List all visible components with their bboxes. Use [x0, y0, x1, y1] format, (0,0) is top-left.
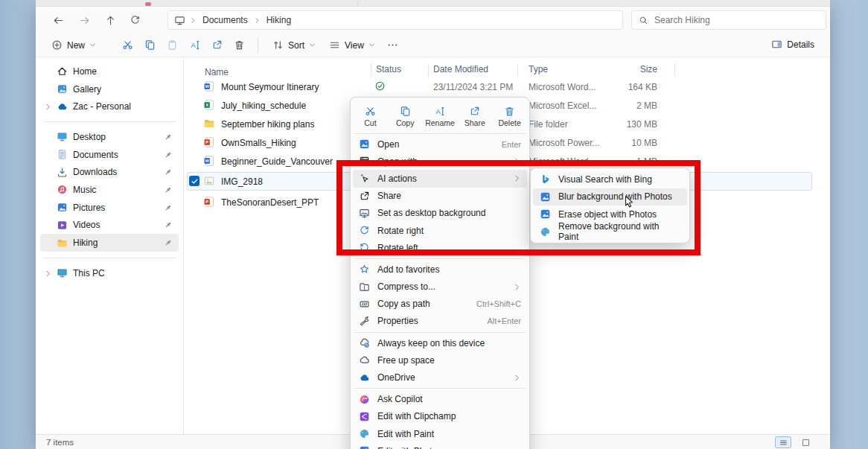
rename-button[interactable]: A [185, 36, 204, 55]
folder-icon [57, 238, 68, 249]
paste-button[interactable] [162, 36, 182, 55]
menu-item-set-as-desktop-background[interactable]: Set as desktop background [353, 205, 527, 222]
search-box[interactable] [631, 10, 826, 30]
view-button[interactable]: View [324, 36, 380, 54]
column-header-type[interactable]: Type [529, 64, 548, 74]
menu-item-onedrive[interactable]: OneDrive [353, 369, 527, 386]
file-name: Beginner_Guide_Vancouver [221, 156, 333, 167]
sidebar-item-documents[interactable]: Documents [40, 146, 179, 164]
quick-action-share[interactable]: Share [457, 104, 492, 127]
sidebar-item-pictures[interactable]: Pictures [40, 199, 179, 217]
tab-separator [357, 1, 358, 6]
quick-action-copy[interactable]: Copy [388, 104, 423, 127]
new-button[interactable]: New [46, 36, 101, 54]
sidebar-item-home[interactable]: Home [40, 63, 179, 80]
sidebar: HomeGalleryZac - PersonalDesktopDocument… [36, 63, 183, 282]
back-button[interactable] [51, 13, 66, 28]
file-type: Microsoft Power... [529, 138, 599, 148]
menu-item-ask-copilot[interactable]: Ask Copilot [353, 391, 527, 408]
column-separator[interactable] [674, 64, 675, 77]
trash-icon [504, 106, 515, 117]
file-name: July_hiking_schedule [221, 101, 306, 111]
arrow-right-icon [79, 15, 90, 26]
items-count: 7 items [46, 438, 74, 447]
column-separator[interactable] [517, 64, 518, 77]
up-button[interactable] [103, 13, 118, 28]
column-header-date[interactable]: Date Modified [433, 64, 488, 74]
address-bar[interactable]: Documents Hiking [167, 10, 623, 30]
quick-actions-row: CutCopyARenameShareDelete [353, 100, 527, 131]
sort-button[interactable]: Sort [267, 36, 321, 54]
menu-item-label: Open with [377, 156, 418, 167]
breadcrumb-hiking[interactable]: Hiking [265, 15, 293, 25]
pictures-icon [57, 202, 68, 213]
menu-item-rotate-left[interactable]: Rotate left [353, 239, 527, 256]
row-checkbox[interactable] [189, 176, 200, 186]
submenu-item-remove-background-with-paint[interactable]: Remove background with Paint [533, 223, 687, 241]
column-header-size[interactable]: Size [619, 64, 657, 74]
menu-shortcut: Enter [502, 140, 521, 149]
sidebar-item-videos[interactable]: Videos [40, 217, 179, 235]
shareoutline-icon [359, 191, 370, 202]
refresh-button[interactable] [127, 13, 142, 28]
menu-separator [354, 258, 526, 259]
submenu-item-visual-search-with-bing[interactable]: Visual Search with Bing [533, 171, 687, 188]
submenu-item-erase-object-with-photos[interactable]: Erase object with Photos [533, 206, 687, 223]
quick-action-rename[interactable]: ARename [423, 104, 458, 127]
sidebar-item-desktop[interactable]: Desktop [40, 128, 179, 146]
column-separator[interactable] [371, 64, 371, 77]
submenu-item-blur-background-with-photos[interactable]: Blur background with Photos [533, 188, 687, 206]
sidebar-item-label: Videos [73, 220, 100, 230]
list-view-toggle[interactable] [775, 436, 791, 448]
thumbnail-view-toggle[interactable] [797, 436, 814, 448]
menu-item-always-keep-on-this-device[interactable]: Always keep on this device [353, 334, 527, 351]
sidebar-item-gallery[interactable]: Gallery [40, 80, 179, 98]
search-input[interactable] [654, 15, 819, 25]
download-icon [57, 167, 68, 178]
quick-action-cut[interactable]: Cut [353, 104, 388, 127]
sidebar-item-zac-personal[interactable]: Zac - Personal [40, 98, 179, 115]
quick-action-label: Delete [498, 118, 520, 127]
breadcrumb-documents[interactable]: Documents [201, 15, 249, 25]
navigation-bar: Documents Hiking [36, 7, 830, 33]
sidebar-item-hiking[interactable]: Hiking [40, 234, 179, 252]
file-row-mount-seymour-itinerary[interactable]: WMount Seymour Itinerary23/11/2024 3:21 … [184, 77, 830, 96]
menu-item-edit-with-paint[interactable]: Edit with Paint [353, 425, 527, 442]
menu-item-share[interactable]: Share [353, 188, 527, 205]
menu-item-free-up-space[interactable]: Free up space [353, 351, 527, 369]
menu-item-rotate-right[interactable]: Rotate right [353, 222, 527, 239]
menu-item-compress-to[interactable]: Compress to... [353, 278, 527, 296]
submenu-item-label: Visual Search with Bing [558, 174, 652, 185]
menu-item-copy-as-path[interactable]: Copy as pathCtrl+Shift+C [353, 296, 527, 313]
mouse-cursor [623, 195, 635, 208]
details-pane-button[interactable]: Details [766, 35, 820, 54]
sidebar-item-music[interactable]: Music [40, 181, 179, 199]
folder-file-icon [203, 118, 215, 130]
sidebar-item-label: Pictures [73, 203, 105, 213]
menu-item-open-with[interactable]: Open with [353, 153, 527, 170]
menu-item-edit-with-photos[interactable]: Edit with Photos [353, 442, 527, 449]
column-header-name[interactable]: Name [205, 64, 210, 74]
cut-button[interactable] [118, 36, 137, 55]
menu-item-edit-with-clipchamp[interactable]: Edit with Clipchamp [353, 408, 527, 425]
forward-button[interactable] [77, 13, 92, 28]
menu-item-add-to-favorites[interactable]: Add to favorites [353, 261, 527, 278]
file-size: 10 MB [601, 138, 657, 148]
menu-item-open[interactable]: OpenEnter [353, 136, 527, 153]
sidebar-item-this-pc[interactable]: This PC [40, 264, 179, 282]
quick-action-delete[interactable]: Delete [492, 104, 527, 127]
sidebar-item-label: Zac - Personal [73, 101, 131, 112]
column-header-status[interactable]: Status [376, 64, 401, 74]
share-button[interactable] [207, 36, 226, 55]
sidebar-item-downloads[interactable]: Downloads [40, 163, 179, 181]
column-separator[interactable] [428, 64, 429, 77]
menu-item-ai-actions[interactable]: AI actions [353, 170, 527, 187]
copypath-icon [359, 299, 370, 310]
chevR-icon [44, 103, 52, 111]
menu-item-properties[interactable]: PropertiesAlt+Enter [353, 313, 527, 330]
file-name: TheSonoranDesert_PPT [221, 197, 319, 208]
delete-button[interactable] [229, 36, 249, 55]
sort-ascending-icon [210, 67, 217, 74]
copy-button[interactable] [140, 36, 159, 55]
more-options-button[interactable] [383, 36, 403, 55]
